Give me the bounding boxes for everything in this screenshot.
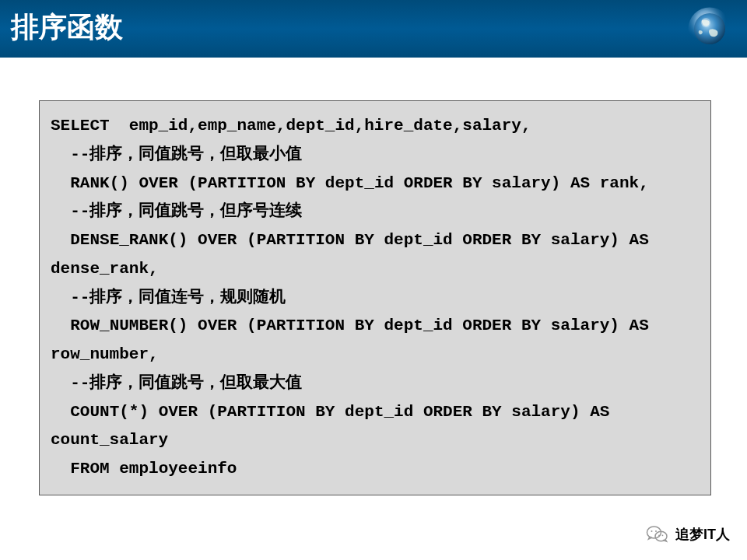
watermark: 追梦IT人: [646, 523, 730, 546]
code-line: ROW_NUMBER() OVER (PARTITION BY dept_id …: [51, 317, 658, 363]
page-title: 排序函数: [11, 9, 123, 47]
code-line: COUNT(*) OVER (PARTITION BY dept_id ORDE…: [51, 403, 619, 450]
slide-header: 排序函数: [0, 0, 747, 58]
code-line: --排序，同值跳号，但序号连续: [51, 202, 302, 220]
sql-code-block: SELECT emp_id,emp_name,dept_id,hire_date…: [39, 100, 711, 495]
svg-point-6: [655, 530, 657, 532]
watermark-text: 追梦IT人: [675, 525, 730, 544]
globe-icon: [686, 5, 733, 52]
code-line: --排序，同值连号，规则随机: [51, 289, 286, 306]
svg-point-2: [701, 18, 710, 27]
content-area: SELECT emp_id,emp_name,dept_id,hire_date…: [0, 58, 747, 495]
code-line: RANK() OVER (PARTITION BY dept_id ORDER …: [51, 174, 649, 192]
code-line: SELECT emp_id,emp_name,dept_id,hire_date…: [51, 117, 531, 135]
svg-point-7: [658, 534, 660, 536]
svg-point-5: [651, 530, 653, 532]
svg-point-8: [662, 534, 664, 536]
code-line: --排序，同值跳号，但取最小值: [51, 145, 302, 163]
code-line: --排序，同值跳号，但取最大值: [51, 374, 302, 392]
wechat-icon: [646, 523, 669, 546]
code-line: DENSE_RANK() OVER (PARTITION BY dept_id …: [51, 231, 658, 278]
svg-point-3: [647, 527, 661, 538]
code-line: FROM employeeinfo: [51, 460, 237, 478]
svg-point-1: [694, 13, 725, 44]
